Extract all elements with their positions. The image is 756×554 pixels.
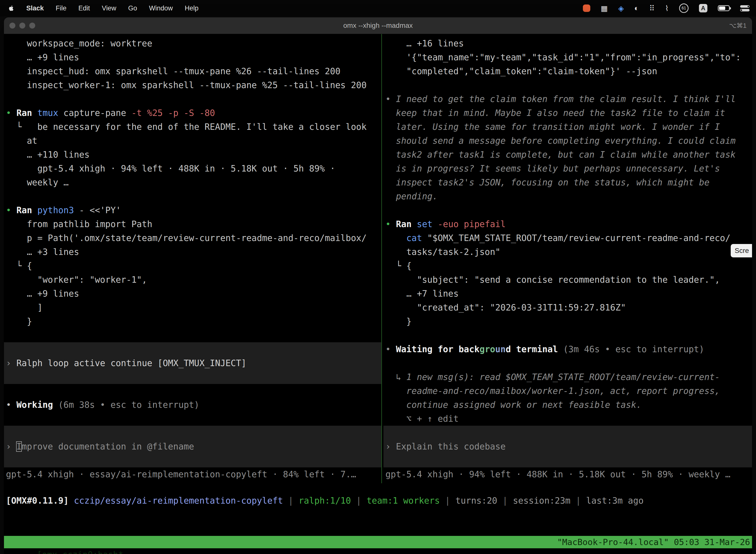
terminal-line: "completed","claim_token":"claim-token"}… <box>385 64 752 78</box>
input-source-icon[interactable]: A <box>699 4 707 12</box>
composer-input[interactable]: › Improve documentation in @filename <box>4 426 381 467</box>
return-arrow-icon: ↳ <box>385 372 406 382</box>
blank-line <box>385 356 752 370</box>
blank-line <box>385 328 752 342</box>
dots-grid-icon[interactable]: ⠿ <box>649 4 654 13</box>
bullet-icon: • <box>6 205 16 215</box>
bullet-icon: • <box>385 94 396 104</box>
omx-hud-status-bar: [OMX#0.11.9] cczip/essay/ai-reimplementa… <box>6 494 752 508</box>
menu-file[interactable]: File <box>50 4 73 12</box>
terminal-line: weekly … <box>6 175 381 189</box>
blank-line <box>6 384 381 398</box>
ran-label: Ran <box>16 205 37 215</box>
contrast-icon[interactable]: ◐ <box>634 4 639 12</box>
terminal-line: … +3 lines <box>6 245 381 259</box>
waiting-status-line: • Waiting for background terminal (3m 46… <box>385 342 752 356</box>
menu-window[interactable]: Window <box>143 4 179 12</box>
waiting-label-shimmer: gro <box>480 344 495 354</box>
ralph-loop-text: Ralph loop active continue [OMX_TMUX_INJ… <box>16 358 246 368</box>
menu-help[interactable]: Help <box>179 4 205 12</box>
terminal-line: … +9 lines <box>6 50 381 64</box>
tmux-pane-left[interactable]: workspace_mode: worktree … +9 lines insp… <box>4 34 381 483</box>
waiting-label: Waiting for back <box>396 344 480 354</box>
tmux-status-bar: [omx-cczip0:bash* "MacBook-Pro-44.local"… <box>4 536 752 548</box>
prompt-suggestion[interactable]: › Explain this codebase <box>383 426 752 467</box>
suggestion-text: Explain this codebase <box>396 442 506 451</box>
blank-line <box>385 78 752 92</box>
bullet-icon: • <box>6 108 16 118</box>
terminal-line: "worker": "worker-1", <box>6 273 381 287</box>
ralph-loop-banner: › Ralph loop active continue [OMX_TMUX_I… <box>4 342 381 384</box>
menu-edit[interactable]: Edit <box>72 4 96 12</box>
battery-percent-ring-icon[interactable]: 61 <box>679 3 689 13</box>
waiting-label-shimmer: un <box>495 344 506 354</box>
terminal-line: '{"team_name":"my-team","task_id":"1","f… <box>385 50 752 64</box>
session-duration: session:23m <box>513 496 570 506</box>
terminal-line: "subject": "send a concise recommendatio… <box>385 273 752 287</box>
grid-icon[interactable]: ▦ <box>601 4 608 13</box>
tmux-host-clock: "MacBook-Pro-44.local" 05:03 31-Mar-26 <box>557 536 750 548</box>
menu-view[interactable]: View <box>96 4 122 12</box>
terminal-line: p = Path('.omx/state/team/review-current… <box>6 231 381 245</box>
thinking-line: is in progress? It seems likely but perh… <box>385 162 752 175</box>
macos-menu-bar: Slack File Edit View Go Window Help ▦ ◈ … <box>0 0 756 16</box>
terminal-line: } <box>6 315 381 328</box>
model-status-line: gpt-5.4 xhigh · essay/ai-reimplementatio… <box>6 467 381 481</box>
command-args: "$OMX_TEAM_STATE_ROOT/team/review-curren… <box>422 233 731 243</box>
bullet-icon: • <box>6 400 16 410</box>
pane-divider[interactable] <box>381 34 382 483</box>
clip-icon[interactable]: ⌇ <box>665 4 669 13</box>
terminal-line: inspect_hud: omx sparkshell --tmux-pane … <box>6 64 381 78</box>
thinking-line: keep that in mind. Maybe I also need the… <box>385 106 752 120</box>
terminal-line: inspect_worker-1: omx sparkshell --tmux-… <box>6 78 381 92</box>
screen-recording-indicator-icon[interactable] <box>583 4 590 12</box>
tmux-pane-right[interactable]: … +16 lines '{"team_name":"my-team","tas… <box>383 34 752 483</box>
window-titlebar[interactable]: omx --xhigh --madmax ⌥⌘1 <box>4 17 752 34</box>
terminal-line: cat "$OMX_TEAM_STATE_ROOT/team/review-cu… <box>385 231 752 245</box>
thinking-line: • I need to get the claim token from the… <box>385 92 752 106</box>
terminal-line: tasks/task-2.json" <box>385 245 752 259</box>
composer-placeholder: mprove documentation in @filename <box>21 442 194 451</box>
omx-version: [OMX#0.11.9] <box>6 496 69 506</box>
mailbox-message-line: readme-and-reco/mailbox/worker-1.json, a… <box>385 384 752 398</box>
tmux-session: workspace_mode: worktree … +9 lines insp… <box>4 34 752 554</box>
thinking-line: later. Using the same for transition mig… <box>385 120 752 134</box>
mailbox-text: 1 new msg(s): read $OMX_TEAM_STATE_ROOT/… <box>406 372 720 382</box>
terminal-line: "created_at": "2026-03-31T11:59:27.816Z" <box>385 300 752 315</box>
chevron-icon: › <box>6 442 16 451</box>
terminal-line: … +7 lines <box>385 287 752 300</box>
model-status-line: gpt-5.4 xhigh · 94% left · 488K in · 5.1… <box>385 467 752 481</box>
chevron-icon: › <box>6 358 16 368</box>
blue-app-icon[interactable]: ◈ <box>618 4 624 13</box>
command-flags: -euo pipefail <box>433 219 506 229</box>
working-detail: (6m 38s • esc to interrupt) <box>53 400 199 410</box>
workspace-path: cczip/essay/ai-reimplementation-copyleft <box>74 496 283 506</box>
window-title: omx --xhigh --madmax <box>4 17 752 34</box>
command-name: python3 <box>37 205 74 215</box>
menu-go[interactable]: Go <box>122 4 143 12</box>
command-name: cat <box>406 233 422 243</box>
bullet-icon: • <box>385 344 396 354</box>
terminal-line: workspace_mode: worktree <box>6 37 381 50</box>
ralph-counter: ralph:1/10 <box>299 496 351 506</box>
control-center-icon[interactable] <box>740 5 750 11</box>
text-cursor: I <box>16 442 21 451</box>
command-header: • Ran python3 - <<'PY' <box>6 203 381 217</box>
terminal-line: at <box>6 134 381 148</box>
apple-menu-icon[interactable] <box>6 5 20 12</box>
blank-line <box>6 412 381 426</box>
terminal-line: … +9 lines <box>6 287 381 300</box>
waiting-detail: (3m 46s • esc to interrupt) <box>558 344 704 354</box>
edit-hint-line: ⌥ + ↑ edit <box>385 412 752 426</box>
thinking-line: inspect task2's JSON, focusing on the st… <box>385 175 752 189</box>
thinking-line: should send a message before completing … <box>385 134 752 148</box>
command-args: capture-pane <box>58 108 131 118</box>
terminal-line: └ { <box>6 259 381 273</box>
command-header: • Ran tmux capture-pane -t %25 -p -S -80 <box>6 106 381 120</box>
menu-app-name[interactable]: Slack <box>20 4 50 12</box>
battery-icon[interactable] <box>718 5 730 11</box>
terminal-line: from pathlib import Path <box>6 217 381 231</box>
thinking-text: I need to get the claim token from the c… <box>396 94 736 104</box>
command-name: set <box>417 219 432 229</box>
ran-label: Ran <box>396 219 417 229</box>
